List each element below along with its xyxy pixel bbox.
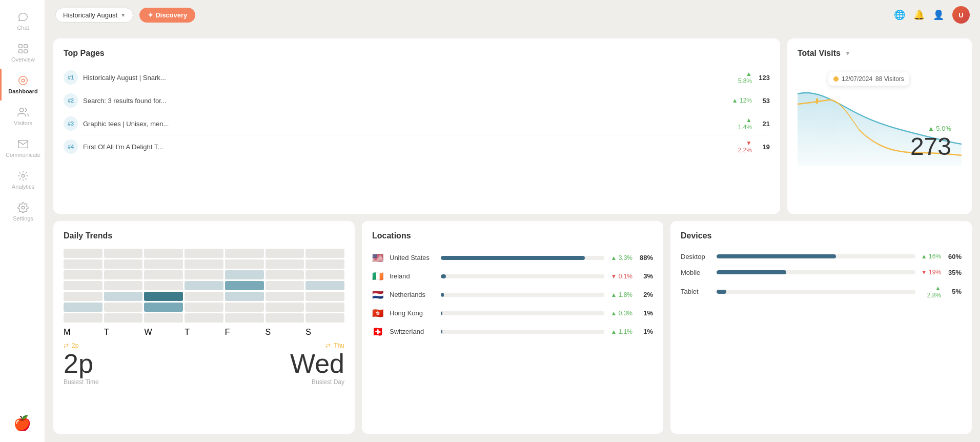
day-label-s1: S — [266, 328, 304, 337]
top-page-item[interactable]: #2 Search: 3 results found for... ▲ 12% … — [64, 89, 770, 112]
location-pct: 1% — [638, 309, 653, 317]
sidebar-item-communicate[interactable]: Communicate — [0, 132, 45, 164]
country-name: Switzerland — [390, 328, 436, 335]
heatmap-cell — [266, 281, 304, 290]
page-change: ▼ 2.2% — [731, 139, 752, 154]
busiest-day-arrow-icon: ⇄ — [325, 342, 331, 349]
heatmap-cell — [225, 292, 264, 301]
visits-number: 273 — [910, 132, 951, 160]
page-views: 53 — [757, 97, 770, 105]
top-page-item[interactable]: #3 Graphic tees | Unisex, men... ▲ 1.4% … — [64, 112, 770, 135]
heatmap-cell — [64, 259, 103, 269]
location-bar-fill — [441, 311, 442, 315]
page-name: Search: 3 results found for... — [83, 97, 722, 105]
sidebar-item-overview[interactable]: Overview — [0, 37, 45, 69]
heatmap-cell — [104, 281, 143, 290]
heatmap-cell — [225, 281, 264, 290]
sidebar-label-visitors: Visitors — [14, 120, 32, 126]
svg-point-4 — [19, 76, 28, 85]
country-flag: 🇭🇰 — [372, 308, 384, 319]
header-actions: 🌐 🔔 👤 U — [894, 6, 970, 24]
heatmap-cell — [185, 249, 223, 258]
heatmap-cell — [266, 259, 304, 269]
globe-icon[interactable]: 🌐 — [894, 9, 905, 21]
discovery-button[interactable]: ✦ Discovery — [139, 8, 195, 23]
sidebar-label-chat: Chat — [17, 25, 29, 31]
device-change: ▼ 19% — [921, 269, 941, 276]
page-change: ▲ 1.4% — [731, 116, 752, 131]
heatmap-cell — [185, 292, 223, 301]
country-name: United States — [390, 254, 436, 262]
sidebar-item-visitors[interactable]: Visitors — [0, 101, 45, 132]
top-page-item[interactable]: #1 Historically August | Snark... ▲ 5.8%… — [64, 66, 770, 89]
location-item: 🇺🇸 United States ▲ 3.3% 88% — [372, 249, 653, 267]
device-bar-fill — [717, 254, 836, 258]
location-item: 🇭🇰 Hong Kong ▲ 0.3% 1% — [372, 304, 653, 323]
daily-trends-card: Daily Trends M T W T F S S ⇄ 2p — [53, 221, 355, 434]
page-name: Graphic tees | Unisex, men... — [83, 120, 722, 128]
location-pct: 1% — [638, 328, 653, 335]
device-name: Desktop — [681, 253, 711, 260]
visits-dropdown-icon[interactable]: ▼ — [845, 50, 851, 57]
main-content: Historically August ▼ ✦ Discovery 🌐 🔔 👤 … — [45, 0, 980, 442]
device-item: Desktop ▲ 16% 60% — [681, 249, 962, 265]
heatmap-cell — [266, 249, 304, 258]
heatmap-cell — [144, 270, 183, 279]
heatmap-cell — [64, 292, 103, 301]
user-avatar[interactable]: U — [952, 6, 970, 24]
page-name: First Of All I'm A Delight T... — [83, 143, 722, 151]
fruit-icon[interactable]: 🍎 — [13, 415, 31, 432]
content-area: Total Visits ▼ — [45, 30, 980, 442]
day-label-t2: T — [185, 328, 223, 337]
sidebar-item-settings[interactable]: Settings — [0, 196, 45, 228]
location-change: ▲ 0.3% — [609, 310, 632, 317]
page-rank: #4 — [64, 139, 78, 154]
period-selector[interactable]: Historically August ▼ — [55, 8, 133, 23]
heatmap-cell — [225, 313, 264, 323]
busiest-day-sub: Busiest Day — [204, 378, 344, 386]
country-flag: 🇳🇱 — [372, 289, 384, 300]
heatmap-cell — [185, 259, 223, 269]
heatmap-cell — [104, 292, 143, 301]
device-bar-fill — [717, 290, 726, 294]
svg-point-8 — [22, 206, 25, 209]
heatmap-grid — [64, 249, 344, 323]
locations-title: Locations — [372, 231, 653, 240]
country-flag: 🇨🇭 — [372, 326, 384, 337]
heatmap-cell — [104, 313, 143, 323]
notifications-icon[interactable]: 🔔 — [913, 9, 925, 21]
sidebar-item-analytics[interactable]: Analytics — [0, 164, 45, 196]
device-name: Tablet — [681, 288, 711, 295]
heatmap-cell — [144, 313, 183, 323]
location-bar-fill — [441, 274, 446, 278]
busiest-time-sub: Busiest Time — [64, 378, 204, 386]
heatmap-cell — [104, 259, 143, 269]
page-rank: #3 — [64, 116, 78, 131]
heatmap-cell — [305, 249, 344, 258]
tooltip-visitors: 88 Visitors — [875, 75, 904, 83]
svg-point-6 — [20, 108, 24, 112]
sidebar-item-dashboard[interactable]: Dashboard — [0, 69, 45, 101]
day-label-f: F — [225, 328, 264, 337]
location-change: ▼ 0.1% — [609, 273, 632, 280]
location-change: ▲ 3.3% — [609, 254, 632, 262]
period-label: Historically August — [63, 11, 117, 19]
heatmap-cell — [225, 249, 264, 258]
country-name: Netherlands — [390, 291, 436, 298]
top-pages-card: Top Pages #1 Historically August | Snark… — [53, 38, 780, 214]
heatmap-cell — [305, 259, 344, 269]
location-bar — [441, 274, 604, 278]
top-page-item[interactable]: #4 First Of All I'm A Delight T... ▼ 2.2… — [64, 135, 770, 158]
heatmap-cell — [185, 270, 223, 279]
country-flag: 🇺🇸 — [372, 252, 384, 264]
location-bar — [441, 293, 604, 297]
heatmap-cell — [144, 303, 183, 312]
user-settings-icon[interactable]: 👤 — [933, 9, 944, 21]
location-pct: 2% — [638, 291, 653, 298]
device-change: ▲ 16% — [921, 253, 941, 260]
page-name: Historically August | Snark... — [83, 74, 722, 82]
discovery-label: Discovery — [155, 11, 187, 19]
heatmap-cell — [104, 249, 143, 258]
sidebar-item-chat[interactable]: Chat — [0, 5, 45, 37]
device-bar — [717, 290, 915, 294]
